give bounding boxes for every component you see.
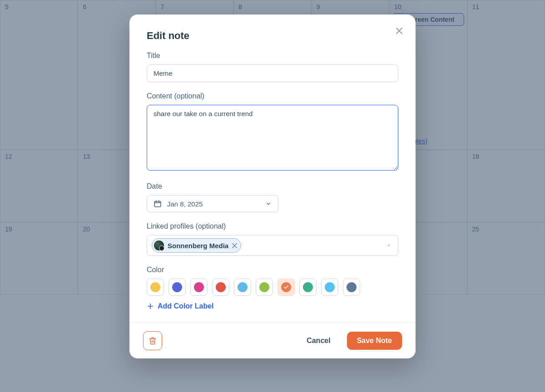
cancel-button[interactable]: Cancel — [297, 332, 340, 350]
color-option[interactable] — [168, 279, 186, 296]
date-label: Date — [147, 182, 398, 191]
calendar-icon — [154, 200, 162, 208]
color-swatch — [281, 282, 291, 292]
plus-icon — [147, 303, 154, 310]
trash-icon — [149, 337, 157, 345]
close-icon[interactable] — [393, 24, 406, 37]
color-option[interactable] — [277, 279, 295, 296]
color-swatch — [259, 282, 269, 292]
color-option[interactable] — [190, 279, 208, 296]
chevron-down-icon — [265, 201, 272, 207]
add-color-label-text: Add Color Label — [158, 302, 214, 310]
color-swatch — [172, 282, 182, 292]
color-swatch — [325, 282, 335, 292]
content-textarea[interactable] — [147, 105, 398, 171]
edit-note-modal: Edit note Title Content (optional) Date … — [129, 15, 416, 358]
add-color-label-button[interactable]: Add Color Label — [147, 302, 214, 310]
linked-profiles-select[interactable]: Sonnenberg Media — [147, 235, 398, 256]
color-option[interactable] — [299, 279, 317, 296]
profile-name: Sonnenberg Media — [168, 242, 228, 250]
color-option[interactable] — [256, 279, 273, 296]
profile-chip: Sonnenberg Media — [152, 238, 241, 253]
content-label: Content (optional) — [147, 92, 398, 100]
delete-button[interactable] — [143, 331, 162, 350]
color-option[interactable] — [212, 279, 229, 296]
svg-rect-0 — [154, 201, 161, 207]
remove-profile-icon[interactable] — [232, 243, 237, 248]
color-option[interactable] — [147, 279, 164, 296]
title-input[interactable] — [147, 64, 398, 82]
modal-overlay[interactable]: Edit note Title Content (optional) Date … — [0, 0, 545, 392]
color-swatch — [150, 282, 160, 292]
modal-title: Edit note — [147, 30, 398, 42]
color-label: Color — [147, 266, 398, 274]
save-button[interactable]: Save Note — [347, 332, 402, 350]
date-value: Jan 8, 2025 — [167, 200, 203, 208]
title-label: Title — [147, 52, 398, 60]
color-option[interactable] — [343, 279, 360, 296]
linked-profiles-label: Linked profiles (optional) — [147, 222, 398, 230]
color-swatch — [347, 282, 357, 292]
color-swatch — [194, 282, 204, 292]
caret-down-icon — [386, 243, 391, 248]
profile-avatar — [154, 240, 164, 250]
color-swatch — [238, 282, 248, 292]
color-row — [147, 279, 398, 296]
date-picker[interactable]: Jan 8, 2025 — [147, 195, 278, 212]
color-swatch — [303, 282, 313, 292]
color-option[interactable] — [321, 279, 338, 296]
color-swatch — [216, 282, 226, 292]
color-option[interactable] — [234, 279, 251, 296]
